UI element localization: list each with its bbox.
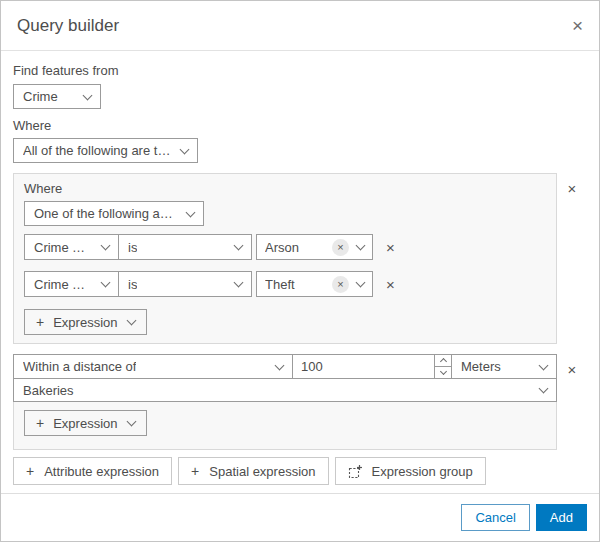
chevron-down-icon bbox=[186, 207, 196, 217]
expression-group-label: Expression group bbox=[372, 464, 473, 479]
add-button[interactable]: Add bbox=[536, 504, 587, 531]
chevron-up-icon bbox=[439, 358, 446, 365]
value-combobox[interactable]: Arson × bbox=[256, 234, 373, 260]
value-combobox[interactable]: Theft × bbox=[256, 271, 373, 297]
remove-condition-button[interactable]: × bbox=[386, 276, 395, 293]
chevron-down-icon bbox=[539, 360, 549, 370]
spatial-expression-button[interactable]: + Spatial expression bbox=[178, 457, 328, 485]
value-combobox-value: Theft bbox=[265, 277, 332, 292]
distance-value-field[interactable] bbox=[293, 355, 434, 378]
operator-select-value: is bbox=[128, 240, 137, 255]
target-layer-value: Bakeries bbox=[23, 383, 74, 398]
dialog-title: Query builder bbox=[17, 16, 119, 36]
chevron-down-icon bbox=[356, 241, 366, 251]
chevron-down-icon bbox=[356, 278, 366, 288]
remove-group-button[interactable]: × bbox=[557, 354, 587, 378]
value-combobox-value: Arson bbox=[265, 240, 332, 255]
group-operator-value: One of the following are tr... bbox=[34, 206, 177, 221]
query-builder-dialog: Query builder × Find features from Crime… bbox=[0, 0, 600, 542]
plus-icon: + bbox=[36, 314, 44, 330]
dialog-header: Query builder × bbox=[1, 1, 599, 51]
chevron-down-icon bbox=[83, 90, 93, 100]
close-icon[interactable]: × bbox=[572, 16, 583, 35]
chevron-down-icon bbox=[101, 241, 111, 251]
chevron-down-icon bbox=[126, 316, 136, 326]
group-where-label: Where bbox=[24, 181, 546, 196]
operator-select-value: is bbox=[128, 277, 137, 292]
chevron-down-icon bbox=[275, 360, 285, 370]
condition-row: Crime Type is Arson × × bbox=[24, 234, 546, 260]
chevron-down-icon bbox=[101, 278, 111, 288]
expression-group-1-row: Where One of the following are tr... Cri… bbox=[13, 173, 587, 344]
chevron-down-icon bbox=[126, 417, 136, 427]
expression-group-2-row: Within a distance of bbox=[13, 354, 587, 450]
attribute-expression-label: Attribute expression bbox=[44, 464, 159, 479]
stepper-down-button[interactable] bbox=[435, 367, 451, 378]
field-select-value: Crime Type bbox=[34, 240, 92, 255]
expression-group-2: Within a distance of bbox=[13, 354, 557, 450]
expression-group-1: Where One of the following are tr... Cri… bbox=[13, 173, 557, 344]
root-operator-value: All of the following are true bbox=[23, 143, 171, 158]
find-features-label: Find features from bbox=[13, 63, 587, 78]
spatial-expression-label: Spatial expression bbox=[209, 464, 315, 479]
dialog-footer: Cancel Add bbox=[1, 493, 599, 541]
plus-icon: + bbox=[26, 463, 34, 479]
clear-value-button[interactable]: × bbox=[332, 239, 349, 256]
distance-stepper bbox=[434, 355, 451, 378]
chevron-down-icon bbox=[234, 278, 244, 288]
clear-value-button[interactable]: × bbox=[332, 276, 349, 293]
layer-select-value: Crime bbox=[23, 89, 58, 104]
spatial-operator-select[interactable]: Within a distance of bbox=[13, 354, 293, 379]
add-expression-button[interactable]: + Expression bbox=[24, 410, 147, 436]
add-expression-button[interactable]: + Expression bbox=[24, 309, 147, 335]
root-operator-select[interactable]: All of the following are true bbox=[13, 138, 198, 163]
condition-row: Crime Type is Theft × × bbox=[24, 271, 546, 297]
dialog-body: Find features from Crime Where All of th… bbox=[1, 51, 599, 485]
expression-actions: + Attribute expression + Spatial express… bbox=[13, 457, 587, 485]
remove-condition-button[interactable]: × bbox=[386, 239, 395, 256]
target-layer-select[interactable]: Bakeries bbox=[13, 378, 557, 402]
attribute-expression-button[interactable]: + Attribute expression bbox=[13, 457, 172, 485]
distance-input bbox=[292, 354, 452, 379]
spatial-operator-value: Within a distance of bbox=[23, 359, 136, 374]
unit-select-value: Meters bbox=[461, 359, 501, 374]
remove-group-button[interactable]: × bbox=[557, 173, 587, 197]
clear-icon: × bbox=[337, 278, 343, 290]
add-expression-label: Expression bbox=[53, 315, 117, 330]
field-select[interactable]: Crime Type bbox=[24, 271, 119, 297]
expression-group-icon bbox=[348, 464, 363, 479]
where-label: Where bbox=[13, 118, 587, 133]
operator-select[interactable]: is bbox=[118, 234, 252, 260]
plus-icon: + bbox=[36, 415, 44, 431]
layer-select[interactable]: Crime bbox=[13, 84, 101, 109]
expression-group-button[interactable]: Expression group bbox=[335, 457, 486, 485]
chevron-down-icon bbox=[234, 241, 244, 251]
chevron-down-icon bbox=[539, 384, 549, 394]
clear-icon: × bbox=[337, 241, 343, 253]
unit-select[interactable]: Meters bbox=[451, 354, 557, 379]
chevron-down-icon bbox=[180, 144, 190, 154]
add-expression-label: Expression bbox=[53, 416, 117, 431]
cancel-button[interactable]: Cancel bbox=[461, 504, 529, 531]
field-select-value: Crime Type bbox=[34, 277, 92, 292]
chevron-down-icon bbox=[439, 368, 446, 375]
group-operator-select[interactable]: One of the following are tr... bbox=[24, 201, 204, 226]
operator-select[interactable]: is bbox=[118, 271, 252, 297]
field-select[interactable]: Crime Type bbox=[24, 234, 119, 260]
plus-icon: + bbox=[191, 463, 199, 479]
stepper-up-button[interactable] bbox=[435, 355, 451, 367]
